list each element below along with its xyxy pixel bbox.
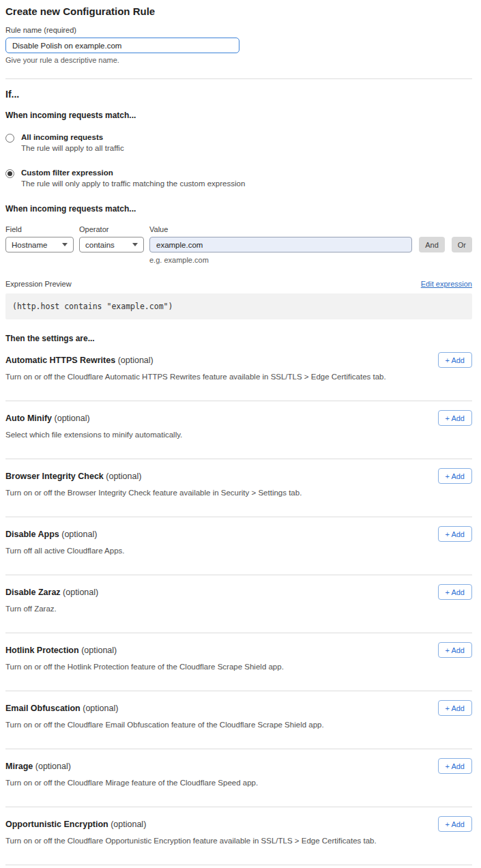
value-helper: e.g. example.com bbox=[149, 256, 472, 264]
setting-title: Email Obfuscation (optional) bbox=[5, 704, 118, 713]
setting-title-text: Browser Integrity Check bbox=[5, 472, 104, 481]
rule-name-helper: Give your rule a descriptive name. bbox=[5, 56, 472, 64]
add-button[interactable]: + Add bbox=[438, 526, 472, 542]
expression-preview-label: Expression Preview bbox=[5, 280, 72, 288]
or-button[interactable]: Or bbox=[452, 237, 472, 252]
setting-title-text: Hotlink Protection bbox=[5, 646, 79, 655]
setting-section: Mirage (optional) + Add Turn on or off t… bbox=[5, 749, 472, 807]
setting-title-text: Disable Apps bbox=[5, 530, 59, 539]
setting-description: Turn on or off the Cloudflare Mirage fea… bbox=[5, 779, 472, 787]
setting-description: Turn on or off the Cloudflare Opportunis… bbox=[5, 837, 472, 845]
setting-title: Automatic HTTPS Rewrites (optional) bbox=[5, 356, 154, 365]
operator-select-value: contains bbox=[85, 241, 115, 249]
setting-section: Automatic HTTPS Rewrites (optional) + Ad… bbox=[5, 343, 472, 401]
add-button[interactable]: + Add bbox=[438, 352, 472, 368]
value-label: Value bbox=[149, 225, 412, 233]
field-select-value: Hostname bbox=[12, 241, 47, 249]
radio-option-text: All incoming requests The rule will appl… bbox=[21, 133, 124, 152]
radio-icon[interactable] bbox=[5, 134, 14, 143]
radio-option-custom-expression[interactable]: Custom filter expression The rule will o… bbox=[5, 169, 472, 188]
and-button[interactable]: And bbox=[419, 237, 445, 252]
chevron-down-icon bbox=[62, 243, 68, 246]
setting-title: Browser Integrity Check (optional) bbox=[5, 472, 141, 481]
radio-option-text: Custom filter expression The rule will o… bbox=[21, 169, 245, 188]
setting-description: Turn on or off the Cloudflare Email Obfu… bbox=[5, 721, 472, 729]
setting-optional-tag: (optional) bbox=[118, 356, 154, 365]
builder-match-label: When incoming requests match... bbox=[5, 204, 472, 214]
setting-title-text: Opportunistic Encryption bbox=[5, 820, 108, 829]
request-match-radio-group: All incoming requests The rule will appl… bbox=[5, 133, 472, 188]
section-divider bbox=[5, 78, 472, 79]
page-title: Create new Configuration Rule bbox=[5, 5, 472, 17]
setting-section: Auto Minify (optional) + Add Select whic… bbox=[5, 401, 472, 459]
setting-title-text: Mirage bbox=[5, 762, 33, 771]
add-button[interactable]: + Add bbox=[438, 816, 472, 832]
setting-title: Hotlink Protection (optional) bbox=[5, 646, 117, 655]
setting-optional-tag: (optional) bbox=[111, 820, 146, 829]
expression-builder-row: Field Hostname Operator contains Value A… bbox=[5, 225, 472, 252]
field-label: Field bbox=[5, 225, 74, 233]
add-button[interactable]: + Add bbox=[438, 468, 472, 484]
setting-section: Hotlink Protection (optional) + Add Turn… bbox=[5, 633, 472, 691]
radio-option-description: The rule will apply to all traffic bbox=[21, 144, 124, 152]
settings-list: Automatic HTTPS Rewrites (optional) + Ad… bbox=[5, 343, 472, 865]
setting-section: Opportunistic Encryption (optional) + Ad… bbox=[5, 807, 472, 865]
setting-description: Turn off all active Cloudflare Apps. bbox=[5, 547, 472, 555]
conjunction-buttons: And Or bbox=[419, 225, 472, 252]
setting-description: Turn on or off the Cloudflare Automatic … bbox=[5, 373, 472, 381]
setting-title: Disable Zaraz (optional) bbox=[5, 588, 98, 597]
add-button[interactable]: + Add bbox=[438, 584, 472, 600]
field-column: Field Hostname bbox=[5, 225, 74, 252]
setting-description: Select which file extensions to minify a… bbox=[5, 431, 472, 439]
expression-preview-code: (http.host contains "example.com") bbox=[5, 293, 472, 319]
match-label: When incoming requests match... bbox=[5, 111, 472, 120]
rule-name-input[interactable] bbox=[5, 38, 239, 53]
add-button[interactable]: + Add bbox=[438, 758, 472, 774]
setting-optional-tag: (optional) bbox=[81, 646, 117, 655]
setting-description: Turn on or off the Browser Integrity Che… bbox=[5, 489, 472, 497]
setting-title: Disable Apps (optional) bbox=[5, 530, 97, 539]
expression-preview-header: Expression Preview Edit expression bbox=[5, 280, 472, 288]
add-button[interactable]: + Add bbox=[438, 700, 472, 716]
operator-label: Operator bbox=[79, 225, 144, 233]
setting-title: Auto Minify (optional) bbox=[5, 414, 90, 423]
radio-option-label: Custom filter expression bbox=[21, 169, 245, 177]
setting-description: Turn on or off the Hotlink Protection fe… bbox=[5, 663, 472, 671]
radio-option-all-requests[interactable]: All incoming requests The rule will appl… bbox=[5, 133, 472, 152]
setting-title-text: Disable Zaraz bbox=[5, 588, 61, 597]
radio-option-label: All incoming requests bbox=[21, 133, 124, 141]
add-button[interactable]: + Add bbox=[438, 410, 472, 426]
setting-section: Email Obfuscation (optional) + Add Turn … bbox=[5, 691, 472, 749]
add-button[interactable]: + Add bbox=[438, 642, 472, 658]
operator-column: Operator contains bbox=[79, 225, 144, 252]
radio-icon[interactable] bbox=[5, 169, 14, 178]
if-heading: If... bbox=[5, 89, 472, 100]
setting-title-text: Automatic HTTPS Rewrites bbox=[5, 356, 115, 365]
setting-title-text: Auto Minify bbox=[5, 414, 52, 423]
value-column: Value bbox=[149, 225, 412, 252]
field-select[interactable]: Hostname bbox=[5, 237, 74, 252]
setting-optional-tag: (optional) bbox=[55, 414, 90, 423]
setting-optional-tag: (optional) bbox=[35, 762, 71, 771]
value-input[interactable] bbox=[149, 237, 412, 252]
setting-optional-tag: (optional) bbox=[106, 472, 141, 481]
setting-optional-tag: (optional) bbox=[63, 588, 98, 597]
setting-optional-tag: (optional) bbox=[61, 530, 97, 539]
edit-expression-link[interactable]: Edit expression bbox=[421, 280, 472, 288]
chevron-down-icon bbox=[132, 243, 138, 246]
polish-section: Polish (optional) ✕ Change the settings … bbox=[5, 865, 472, 868]
setting-title: Mirage (optional) bbox=[5, 762, 71, 771]
setting-section: Disable Apps (optional) + Add Turn off a… bbox=[5, 517, 472, 575]
setting-title-text: Email Obfuscation bbox=[5, 704, 81, 713]
setting-section: Browser Integrity Check (optional) + Add… bbox=[5, 459, 472, 517]
then-heading: Then the settings are... bbox=[5, 334, 472, 343]
radio-option-description: The rule will only apply to traffic matc… bbox=[21, 179, 245, 188]
rule-name-label: Rule name (required) bbox=[5, 26, 472, 34]
setting-optional-tag: (optional) bbox=[83, 704, 118, 713]
setting-section: Disable Zaraz (optional) + Add Turn off … bbox=[5, 575, 472, 633]
setting-title: Opportunistic Encryption (optional) bbox=[5, 820, 146, 829]
setting-description: Turn off Zaraz. bbox=[5, 605, 472, 613]
operator-select[interactable]: contains bbox=[79, 237, 144, 252]
